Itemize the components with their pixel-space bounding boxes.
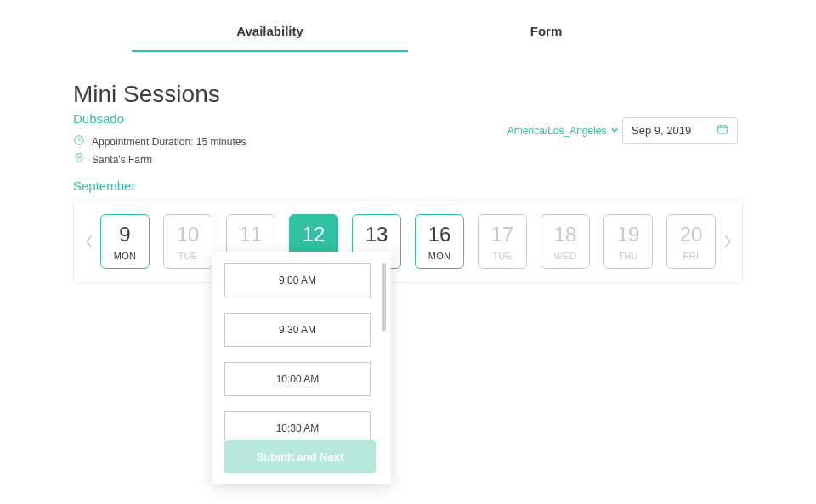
day-of-week: WED [541,251,589,261]
tab-availability[interactable]: Availability [132,7,408,52]
day-10: 10TUE [163,214,212,269]
location-line: Santa's Farm [73,152,743,167]
svg-point-1 [78,156,81,158]
chevron-down-icon [610,125,619,137]
day-number: 11 [227,224,275,246]
day-number: 13 [353,224,400,246]
day-19: 19THU [604,214,653,269]
tabs: Availability Form [0,7,816,52]
day-18: 18WED [541,214,590,269]
date-display: Sep 9, 2019 [632,124,691,137]
day-of-week: TUE [164,251,212,261]
day-of-week: MON [416,251,463,261]
day-9[interactable]: 9MON [100,214,150,269]
time-slots-list: 9:00 AM9:30 AM10:00 AM10:30 AM [224,263,376,303]
main-content: Mini Sessions Dubsado Appointment Durati… [0,81,816,283]
location-pin-icon [73,152,85,167]
page-title: Mini Sessions [73,81,743,108]
day-number: 20 [667,224,715,246]
day-of-week: THU [604,251,652,261]
day-number: 17 [479,224,526,246]
day-of-week: FRI [667,251,715,261]
clock-icon [73,134,85,149]
time-slots-panel: 9:00 AM9:30 AM10:00 AM10:30 AM Submit an… [212,252,391,303]
svg-rect-2 [718,126,728,133]
day-number: 18 [541,224,589,246]
timezone-label: America/Los_Angeles [507,125,607,137]
carousel-next[interactable] [719,234,735,249]
time-slot[interactable]: 9:00 AM [224,263,371,297]
scrollbar-thumb[interactable] [382,263,386,303]
tab-form[interactable]: Form [408,7,684,52]
day-number: 16 [416,224,463,246]
day-16[interactable]: 16MON [415,214,464,269]
location-text: Santa's Farm [92,154,152,166]
day-list: 9MON10TUE11WED12THU13FRI16MON17TUE18WED1… [97,214,719,269]
day-number: 10 [164,224,212,246]
timezone-and-date: America/Los_Angeles Sep 9, 2019 [507,114,738,144]
date-carousel: 9MON10TUE11WED12THU13FRI16MON17TUE18WED1… [73,200,743,283]
day-number: 12 [290,224,337,246]
carousel-prev[interactable] [81,234,97,249]
date-picker[interactable]: Sep 9, 2019 [622,117,738,144]
day-number: 19 [604,224,652,246]
month-label: September [73,178,743,193]
day-of-week: TUE [479,251,526,261]
calendar-icon [717,123,728,138]
day-17: 17TUE [478,214,527,269]
day-20: 20FRI [666,214,716,269]
day-of-week: MON [101,251,149,261]
day-number: 9 [101,224,149,246]
timezone-selector[interactable]: America/Los_Angeles [507,125,619,137]
duration-text: Appointment Duration: 15 minutes [92,136,246,148]
